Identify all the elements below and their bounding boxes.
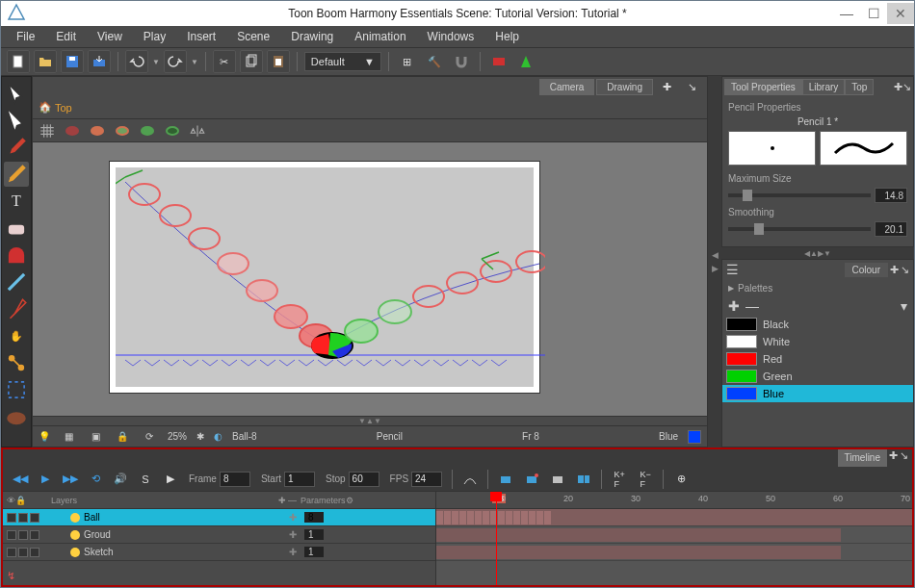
zoom-value[interactable]: 25%	[168, 431, 187, 442]
refresh-icon[interactable]: ⟳	[141, 428, 158, 446]
home-icon[interactable]: 🏠	[39, 101, 52, 114]
layer-row[interactable]: Groud ✚ 1	[3, 526, 435, 544]
add-view-icon[interactable]: ✚	[655, 75, 678, 98]
render-play-icon[interactable]: ▶	[159, 468, 182, 491]
copy-icon[interactable]	[240, 50, 263, 73]
colour-opts-icon[interactable]: ▾	[901, 298, 907, 314]
start-input[interactable]	[284, 472, 315, 487]
rigging-tool-icon[interactable]	[4, 350, 29, 375]
tab-colour[interactable]: Colour	[845, 263, 888, 277]
brush-tool-icon[interactable]	[4, 135, 29, 160]
param-opts-icon[interactable]: ⚙	[346, 496, 353, 505]
max-size-slider[interactable]	[728, 193, 871, 197]
vertical-splitter[interactable]: ◀▶	[708, 76, 721, 447]
add-layer-icon[interactable]: ✚	[278, 496, 286, 505]
link-icon[interactable]: ↯	[3, 570, 435, 585]
kf-b-icon[interactable]	[520, 468, 543, 491]
menu-edit[interactable]: Edit	[46, 27, 86, 46]
import-icon[interactable]	[88, 50, 111, 73]
remove-colour-icon[interactable]: —	[745, 298, 759, 314]
menu-scene[interactable]: Scene	[227, 27, 279, 46]
onion-b-icon[interactable]	[114, 122, 131, 140]
layer-row[interactable]: Sketch ✚ 1	[3, 544, 435, 561]
colour-item[interactable]: Green	[722, 368, 913, 385]
hand-tool-icon[interactable]: ✋	[4, 323, 29, 348]
current-colour-swatch[interactable]	[688, 430, 701, 444]
dock-panel-icon[interactable]: ↘	[902, 81, 911, 93]
onion-a-icon[interactable]	[89, 122, 106, 140]
close-view-icon[interactable]: ↘	[680, 75, 703, 98]
tab-top[interactable]: Top	[845, 79, 874, 95]
lock-icon[interactable]: 🔒	[114, 428, 131, 446]
kf-d-icon[interactable]	[572, 468, 595, 491]
pencil-stroke-preview[interactable]	[820, 131, 907, 166]
menu-windows[interactable]: Windows	[418, 27, 484, 46]
add-panel-icon[interactable]: ✚	[894, 81, 902, 93]
cut-icon[interactable]: ✂	[213, 50, 236, 73]
colour-item[interactable]: Black	[722, 316, 913, 333]
ease-icon[interactable]	[458, 468, 482, 491]
colour-tool-icon[interactable]	[4, 404, 29, 429]
kf-add-icon[interactable]: K+F	[608, 468, 631, 491]
canvas[interactable]	[33, 142, 707, 416]
menu-animation[interactable]: Animation	[345, 27, 415, 46]
tab-library[interactable]: Library	[802, 79, 846, 95]
transform-tool-icon[interactable]	[4, 81, 29, 106]
status-b-icon[interactable]: ▣	[87, 428, 104, 446]
bounding-tool-icon[interactable]	[4, 377, 29, 402]
collapse-handle-icon[interactable]: ▼▲▼	[33, 416, 707, 425]
smoothing-slider[interactable]	[728, 227, 871, 231]
track-row[interactable]	[436, 526, 912, 544]
add-tl-tab-icon[interactable]: ✚	[889, 449, 898, 467]
menu-file[interactable]: File	[7, 27, 44, 46]
onion-prev-icon[interactable]	[64, 122, 81, 140]
sound-icon[interactable]: 🔊	[109, 468, 132, 491]
balance-icon[interactable]	[189, 122, 206, 140]
stop-input[interactable]	[349, 472, 379, 487]
workspace-dropdown[interactable]: Default▼	[304, 52, 381, 71]
dock-colour-icon[interactable]: ↘	[901, 264, 909, 276]
select-tool-icon[interactable]	[4, 108, 29, 133]
paste-icon[interactable]	[267, 50, 290, 73]
render-preview-icon[interactable]	[487, 50, 510, 73]
save-icon[interactable]	[61, 50, 84, 73]
panel-splitter[interactable]: ◀▲▶▼	[721, 247, 914, 259]
kf-a-icon[interactable]	[494, 468, 517, 491]
kf-del-icon[interactable]: K−F	[634, 468, 657, 491]
text-tool-icon[interactable]: T	[4, 189, 29, 214]
pencil-tip-preview[interactable]	[728, 131, 816, 166]
kf-c-icon[interactable]	[546, 468, 569, 491]
colour-item[interactable]: Red	[722, 350, 913, 368]
status-a-icon[interactable]: ▦	[60, 428, 77, 446]
tool-a-icon[interactable]: ⊞	[396, 50, 419, 73]
open-file-icon[interactable]	[34, 50, 57, 73]
visibility-icons[interactable]: 👁🔒	[7, 496, 26, 505]
goto-start-icon[interactable]: ◀◀	[9, 468, 32, 491]
menu-insert[interactable]: Insert	[177, 27, 225, 46]
close-button[interactable]: ✕	[887, 3, 914, 24]
menu-view[interactable]: View	[88, 27, 132, 46]
dock-tl-icon[interactable]: ↘	[900, 449, 908, 467]
onion-next-icon[interactable]	[164, 122, 181, 140]
tl-zoom-icon[interactable]: ⊕	[669, 468, 693, 491]
del-layer-icon[interactable]: —	[288, 496, 297, 505]
hammer-icon[interactable]: 🔨	[423, 50, 446, 73]
max-size-value[interactable]: 14.8	[875, 188, 907, 203]
minimize-button[interactable]: —	[833, 3, 860, 24]
menu-help[interactable]: Help	[485, 27, 529, 46]
playhead[interactable]	[496, 492, 497, 585]
track-row[interactable]	[436, 509, 912, 526]
eraser-tool-icon[interactable]	[4, 216, 29, 241]
redo-icon[interactable]	[164, 50, 187, 73]
colour-item[interactable]: White	[722, 333, 913, 350]
loop-icon[interactable]: ⟲	[84, 468, 107, 491]
play-icon[interactable]: ▶	[34, 468, 57, 491]
paint-tool-icon[interactable]	[4, 243, 29, 268]
maximize-button[interactable]: ☐	[860, 3, 887, 24]
tab-camera[interactable]: Camera	[539, 79, 595, 95]
add-colour-tab-icon[interactable]: ✚	[890, 264, 899, 276]
menu-play[interactable]: Play	[134, 27, 175, 46]
smoothing-value[interactable]: 20.1	[875, 221, 907, 237]
colour-item[interactable]: Blue	[722, 385, 913, 402]
dropper-tool-icon[interactable]	[4, 296, 29, 321]
